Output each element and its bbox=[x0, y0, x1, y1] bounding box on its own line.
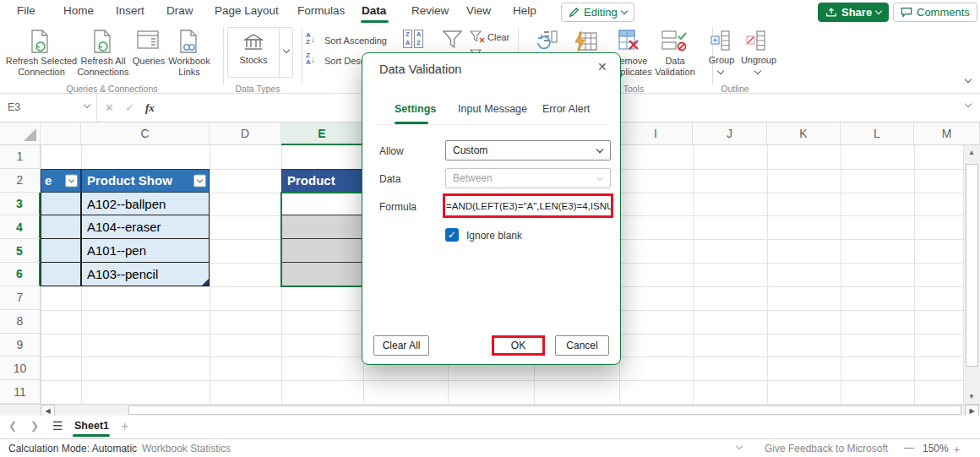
cell-B6[interactable] bbox=[41, 263, 81, 286]
dialog-tab-error-alert[interactable]: Error Alert bbox=[542, 103, 590, 115]
filter-dropdown-icon[interactable] bbox=[65, 174, 78, 187]
column-header-partial[interactable] bbox=[41, 122, 81, 145]
comments-button[interactable]: Comments bbox=[893, 3, 977, 22]
dialog-tab-input-message[interactable]: Input Message bbox=[458, 103, 527, 115]
ok-button[interactable]: OK bbox=[492, 335, 545, 356]
cell-C2-product-show-header[interactable]: Product Show bbox=[81, 169, 210, 193]
dialog-close-icon[interactable]: ✕ bbox=[597, 60, 607, 73]
collapse-ribbon-chevron[interactable] bbox=[965, 76, 972, 83]
row-header-8[interactable]: 8 bbox=[0, 310, 41, 334]
filter-icon[interactable] bbox=[442, 30, 463, 51]
row-header-3[interactable]: 3 bbox=[0, 193, 41, 216]
select-all-corner[interactable] bbox=[0, 122, 41, 145]
cell-B3[interactable] bbox=[41, 193, 81, 216]
row-header-2[interactable]: 2 bbox=[0, 169, 41, 193]
editing-mode-button[interactable]: Editing bbox=[561, 3, 634, 22]
stocks-button[interactable]: Stocks bbox=[227, 27, 293, 78]
status-options-chevron[interactable] bbox=[736, 443, 743, 449]
data-types-gallery-chevron[interactable] bbox=[279, 28, 293, 77]
zoom-level[interactable]: 150% bbox=[923, 443, 949, 454]
cell-B4[interactable] bbox=[41, 215, 81, 239]
ignore-blank-checkbox[interactable]: ✓ bbox=[445, 228, 459, 242]
cell-E3-active[interactable] bbox=[281, 193, 363, 216]
flash-fill-icon[interactable] bbox=[573, 30, 598, 53]
scroll-down-arrow[interactable]: ▼ bbox=[968, 393, 975, 400]
dialog-tab-settings[interactable]: Settings bbox=[395, 103, 436, 115]
cell-E6[interactable] bbox=[281, 263, 363, 286]
column-header-M[interactable]: M bbox=[914, 122, 980, 145]
tab-home[interactable]: Home bbox=[63, 4, 94, 17]
formula-field[interactable]: =AND(LEFT(E3)="A",LEN(E3)=4,ISNUMB bbox=[443, 193, 613, 218]
add-sheet-button[interactable]: ＋ bbox=[118, 418, 131, 434]
tab-help[interactable]: Help bbox=[513, 4, 536, 17]
cancel-entry-icon[interactable]: ✕ bbox=[105, 101, 114, 114]
column-header-I[interactable]: I bbox=[619, 122, 693, 145]
scroll-up-arrow[interactable]: ▲ bbox=[968, 149, 975, 156]
row-header-5[interactable]: 5 bbox=[0, 239, 41, 263]
refresh-all-connections-button[interactable]: Refresh All Connections bbox=[71, 56, 135, 78]
group-button[interactable]: Group bbox=[704, 55, 739, 66]
vertical-scrollbar[interactable]: ▲ ▼ bbox=[963, 145, 980, 404]
vertical-scroll-thumb[interactable] bbox=[966, 164, 978, 367]
row-header-1[interactable]: 1 bbox=[0, 145, 41, 169]
allow-dropdown[interactable]: Custom bbox=[445, 140, 611, 160]
scroll-left-arrow[interactable]: ◀ bbox=[41, 405, 55, 416]
row-header-10[interactable]: 10 bbox=[0, 356, 41, 380]
expand-formula-bar-chevron[interactable] bbox=[965, 101, 972, 107]
table-resize-handle[interactable] bbox=[202, 279, 209, 286]
tab-page-layout[interactable]: Page Layout bbox=[215, 4, 279, 17]
horizontal-scroll-thumb[interactable] bbox=[128, 405, 961, 415]
name-box-chevron[interactable] bbox=[84, 101, 90, 108]
row-header-11[interactable]: 11 bbox=[0, 380, 41, 404]
ungroup-button[interactable]: Ungroup bbox=[735, 55, 782, 66]
tab-file[interactable]: File bbox=[17, 4, 35, 17]
tab-insert[interactable]: Insert bbox=[116, 4, 144, 17]
workbook-statistics[interactable]: Workbook Statistics bbox=[142, 443, 231, 454]
cell-B5[interactable] bbox=[41, 239, 81, 263]
tab-review[interactable]: Review bbox=[411, 4, 449, 17]
column-header-L[interactable]: L bbox=[841, 122, 914, 145]
cell-C5-product[interactable]: A101--pen bbox=[81, 239, 210, 263]
cell-E2-product-header[interactable]: Product bbox=[281, 169, 363, 193]
horizontal-scrollbar[interactable]: ◀ ▶ bbox=[0, 404, 980, 416]
clear-all-button[interactable]: Clear All bbox=[373, 335, 429, 356]
group-chevron[interactable] bbox=[717, 68, 724, 74]
tab-draw[interactable]: Draw bbox=[166, 4, 193, 17]
name-box[interactable]: E3 bbox=[0, 94, 97, 122]
refresh-selected-connection-button[interactable]: Refresh Selected Connection bbox=[2, 56, 81, 78]
calculation-mode[interactable]: Calculation Mode: Automatic bbox=[8, 443, 137, 454]
cell-E5[interactable] bbox=[281, 239, 363, 263]
column-header-E[interactable]: E bbox=[281, 122, 363, 145]
row-header-7[interactable]: 7 bbox=[0, 286, 41, 310]
data-validation-button[interactable]: Data Validation bbox=[649, 56, 701, 78]
row-header-4[interactable]: 4 bbox=[0, 215, 41, 239]
zoom-out-button[interactable]: — bbox=[904, 442, 914, 454]
give-feedback-link[interactable]: Give Feedback to Microsoft bbox=[765, 443, 888, 454]
column-header-C[interactable]: C bbox=[81, 122, 210, 145]
tab-formulas[interactable]: Formulas bbox=[297, 4, 345, 17]
insert-function-icon[interactable]: fx bbox=[145, 101, 155, 115]
column-header-K[interactable]: K bbox=[767, 122, 841, 145]
confirm-entry-icon[interactable]: ✓ bbox=[125, 101, 134, 114]
text-to-columns-icon[interactable] bbox=[534, 30, 559, 53]
clear-filter-button[interactable]: Clear bbox=[487, 32, 509, 42]
column-header-D[interactable]: D bbox=[210, 122, 281, 145]
prev-sheet-chevron[interactable]: ❮ bbox=[8, 420, 17, 432]
zoom-in-button[interactable]: ＋ bbox=[951, 442, 962, 457]
cell-C6-product[interactable]: A103--pencil bbox=[81, 263, 210, 286]
cell-E4[interactable] bbox=[281, 215, 363, 239]
column-header-J[interactable]: J bbox=[693, 122, 767, 145]
ungroup-chevron[interactable] bbox=[754, 68, 761, 74]
cell-C4-product[interactable]: A104--eraser bbox=[81, 215, 210, 239]
share-button[interactable]: Share bbox=[818, 3, 889, 22]
next-sheet-chevron[interactable]: ❯ bbox=[30, 420, 39, 432]
filter-dropdown-icon[interactable] bbox=[193, 174, 206, 187]
custom-sort-icon[interactable]: ZAAZ bbox=[403, 30, 423, 48]
tab-view[interactable]: View bbox=[466, 4, 491, 17]
sheet-list-menu-icon[interactable]: ☰ bbox=[52, 419, 63, 433]
cancel-button[interactable]: Cancel bbox=[555, 335, 609, 356]
tab-data[interactable]: Data bbox=[362, 4, 386, 17]
cell-C3-product[interactable]: A102--ballpen bbox=[81, 193, 210, 216]
row-header-6[interactable]: 6 bbox=[0, 263, 41, 286]
row-header-9[interactable]: 9 bbox=[0, 334, 41, 357]
